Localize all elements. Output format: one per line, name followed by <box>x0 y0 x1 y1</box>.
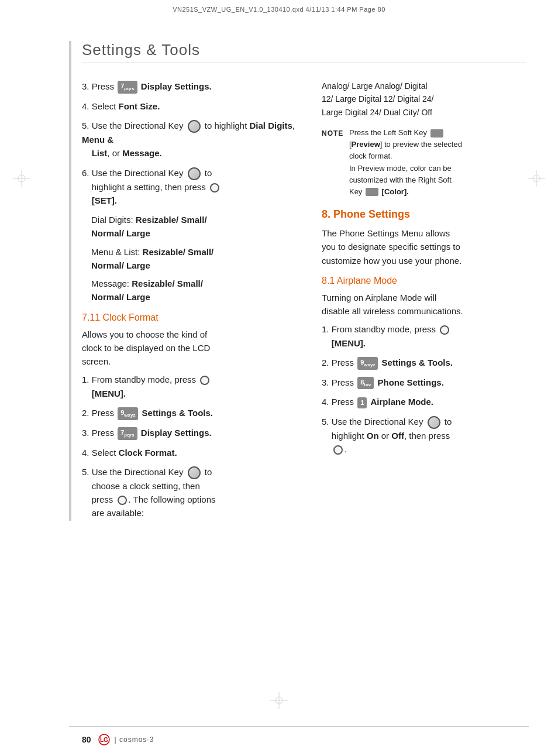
center-key-airplane-set <box>333 445 343 455</box>
lg-logo-icon: LG <box>96 734 112 745</box>
step-4-font: 4. Select Font Size. <box>82 99 304 113</box>
footer-separator <box>69 726 529 727</box>
step-5-message: Message. <box>122 148 162 158</box>
key-7-icon: 7pqrs <box>118 81 137 94</box>
directional-key-icon-3 <box>188 466 201 479</box>
note-label: NOTE <box>322 127 347 139</box>
step-3-display: 3. Press 7pqrs Display Settings. <box>82 80 304 94</box>
step-81-3: 3. Press 8tuv Phone Settings. <box>322 376 526 390</box>
step-711-3: 3. Press 7pqrs Display Settings. <box>82 426 304 440</box>
step-4-label: Font Size. <box>119 101 160 111</box>
section-711-heading: 7.11 Clock Format <box>82 312 304 323</box>
step-6-font: 6. Use the Directional Key to highlight … <box>82 166 304 208</box>
cosmos-brand-text: | cosmos·3 <box>115 736 154 744</box>
menu-list-options: Menu & List: Resizable/ Small/Normal/ La… <box>82 245 304 273</box>
key-9-icon: 9wxyz <box>118 407 138 420</box>
section-81-heading: 8.1 Airplane Mode <box>322 276 526 286</box>
clock-format-options: Analog/ Large Analog/ Digital 12/ Large … <box>322 80 526 119</box>
page-title: Settings & Tools <box>82 41 526 63</box>
page-header: VN251S_VZW_UG_EN_V1.0_130410.qxd 4/11/13… <box>0 6 558 13</box>
step-711-4: 4. Select Clock Format. <box>82 446 304 459</box>
key-9-icon-2: 9wxyz <box>357 357 378 370</box>
center-key-menu <box>200 376 209 385</box>
dial-digits-options: Dial Digits: Resizable/ Small/Normal/ La… <box>82 213 304 240</box>
two-column-layout: 3. Press 7pqrs Display Settings. 4. Sele… <box>82 80 526 526</box>
note-content: Press the Left Soft Key [Preview] to pre… <box>349 127 525 198</box>
step-81-1: 1. From standby mode, press [MENU]. <box>322 322 526 350</box>
step-81-2: 2. Press 9wxyz Settings & Tools. <box>322 356 526 370</box>
key-1-icon: 1 <box>357 397 367 408</box>
step-711-2: 2. Press 9wxyz Settings & Tools. <box>82 406 304 420</box>
step-81-5: 5. Use the Directional Key to highlight … <box>322 415 526 456</box>
section-711-intro: Allows you to choose the kind ofclock to… <box>82 328 304 369</box>
section-8-intro: The Phone Settings Menu allowsyou to des… <box>322 226 526 267</box>
left-soft-key-icon <box>430 129 443 138</box>
directional-key-icon <box>188 120 201 133</box>
step-5-menu: Menu & List <box>82 135 113 158</box>
left-margin-bar <box>69 41 71 521</box>
key-8-icon: 8tuv <box>357 377 374 390</box>
section-8-heading: 8. Phone Settings <box>322 208 526 221</box>
key-7-icon-2: 7pqrs <box>118 427 137 440</box>
header-text: VN251S_VZW_UG_EN_V1.0_130410.qxd 4/11/13… <box>173 6 385 13</box>
left-column: 3. Press 7pqrs Display Settings. 4. Sele… <box>82 80 304 526</box>
section-81-intro: Turning on Airplane Mode willdisable all… <box>322 291 526 318</box>
brand-logo: LG | cosmos·3 <box>96 734 154 745</box>
svg-text:LG: LG <box>100 737 108 743</box>
step-711-5: 5. Use the Directional Key to choose a c… <box>82 465 304 520</box>
right-soft-key-icon <box>366 188 378 196</box>
directional-key-icon-2 <box>188 167 201 180</box>
message-options: Message: Resizable/ Small/Normal/ Large <box>82 277 304 304</box>
center-key-airplane-menu <box>440 325 449 335</box>
step-3-label: Display Settings. <box>141 81 212 91</box>
step-5-font: 5. Use the Directional Key to highlight … <box>82 119 304 160</box>
directional-key-icon-4 <box>428 416 440 429</box>
page-number: 80 <box>82 735 91 744</box>
step-6-set: [SET]. <box>92 195 117 205</box>
main-content: Settings & Tools 3. Press 7pqrs Display … <box>82 41 526 526</box>
page-footer: 80 LG | cosmos·3 <box>82 734 154 745</box>
step-5-highlight: Dial Digits <box>249 121 292 130</box>
right-column: Analog/ Large Analog/ Digital 12/ Large … <box>322 80 526 526</box>
step-81-4: 4. Press 1 Airplane Mode. <box>322 395 526 408</box>
note-block: NOTE Press the Left Soft Key [Preview] t… <box>322 127 526 198</box>
center-key-clock <box>118 496 127 505</box>
center-key-icon <box>210 183 219 193</box>
step-711-1: 1. From standby mode, press [MENU]. <box>82 373 304 400</box>
